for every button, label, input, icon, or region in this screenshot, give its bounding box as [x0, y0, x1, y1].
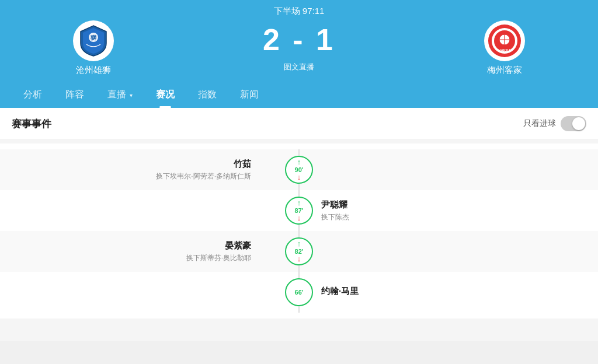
nav-item-news[interactable]: 新闻	[228, 82, 270, 108]
team-left-name: 沧州雄狮	[76, 65, 111, 76]
event-left-90: 竹茹 换下埃韦尔·阿劳若·多纳斯仁斯	[0, 159, 286, 181]
event-row-66: 66' 约翰·马里	[0, 272, 598, 313]
match-info: 獅 沧州雄狮 2 - 1 图文直播 HAKK	[0, 20, 598, 76]
goals-only-toggle[interactable]	[561, 116, 586, 131]
team-right: HAKKA 梅州客家	[446, 20, 563, 76]
match-score: 2 - 1	[263, 24, 335, 55]
nav-item-live[interactable]: 直播 ▾	[96, 82, 144, 108]
team-left: 獅 沧州雄狮	[35, 20, 152, 76]
svg-text:HAKKA: HAKKA	[498, 48, 511, 52]
match-time: 下半场 97:11	[0, 6, 598, 17]
time-badge-90: ↑ 90' ↓	[285, 156, 313, 184]
time-badge-82: ↑ 82' ↓	[285, 237, 313, 265]
nav-bar: 分析 阵容 直播 ▾ 赛况 指数 新闻	[0, 82, 598, 108]
event-row-82: 晏紫豪 换下斯蒂芬·奥比勒耶 ↑ 82' ↓	[0, 231, 598, 272]
header: 下半场 97:11 獅	[0, 0, 598, 108]
score-center: 2 - 1 图文直播	[152, 24, 446, 72]
event-right-66: 约翰·马里	[286, 286, 598, 299]
nav-item-analysis[interactable]: 分析	[12, 82, 54, 108]
team-logo-right: HAKKA	[484, 20, 525, 61]
event-detail-87: 换下陈杰	[321, 212, 598, 222]
nav-item-match[interactable]: 赛况	[144, 82, 186, 108]
player-name-66: 约翰·马里	[321, 286, 598, 297]
toggle-area: 只看进球	[523, 116, 586, 131]
team-right-name: 梅州客家	[487, 65, 522, 76]
timeline-container: 竹茹 换下埃韦尔·阿劳若·多纳斯仁斯 ↑ 90' ↓	[0, 144, 598, 318]
player-name-82: 晏紫豪	[0, 240, 251, 251]
player-name-87: 尹聪耀	[321, 200, 598, 211]
center-marker-87: ↑ 87' ↓	[285, 197, 313, 225]
center-marker-82: ↑ 82' ↓	[285, 237, 313, 265]
live-label: 图文直播	[284, 62, 314, 72]
nav-item-lineup[interactable]: 阵容	[54, 82, 96, 108]
nav-item-odds[interactable]: 指数	[186, 82, 228, 108]
events-title: 赛事事件	[12, 117, 51, 131]
event-row-90: 竹茹 换下埃韦尔·阿劳若·多纳斯仁斯 ↑ 90' ↓	[0, 149, 598, 190]
center-marker-90: ↑ 90' ↓	[285, 156, 313, 184]
content-area: 赛事事件 只看进球 竹茹 换下埃韦尔·阿劳若·多纳斯仁斯 ↑ 90' ↓	[0, 108, 598, 341]
event-detail-90: 换下埃韦尔·阿劳若·多纳斯仁斯	[0, 172, 251, 181]
events-header: 赛事事件 只看进球	[0, 108, 598, 140]
event-right-87: 尹聪耀 换下陈杰	[286, 200, 598, 222]
center-marker-66: 66'	[285, 278, 313, 306]
event-detail-82: 换下斯蒂芬·奥比勒耶	[0, 253, 251, 263]
team-logo-left: 獅	[73, 20, 114, 61]
svg-text:獅: 獅	[90, 34, 96, 41]
event-row-87: ↑ 87' ↓ 尹聪耀 换下陈杰	[0, 190, 598, 231]
toggle-label: 只看进球	[523, 118, 556, 129]
event-left-82: 晏紫豪 换下斯蒂芬·奥比勒耶	[0, 240, 286, 263]
time-badge-66: 66'	[285, 278, 313, 306]
live-dropdown-arrow: ▾	[130, 92, 133, 99]
player-name-90: 竹茹	[0, 159, 251, 170]
time-badge-87: ↑ 87' ↓	[285, 197, 313, 225]
